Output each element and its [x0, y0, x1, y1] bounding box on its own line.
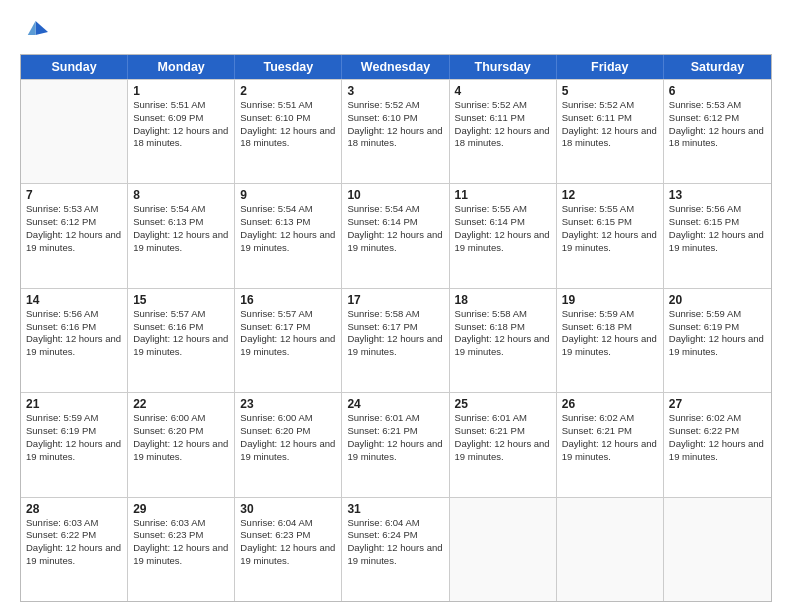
day-number: 4: [455, 84, 551, 98]
svg-marker-1: [28, 21, 36, 35]
day-number: 1: [133, 84, 229, 98]
calendar-cell: 20Sunrise: 5:59 AM Sunset: 6:19 PM Dayli…: [664, 289, 771, 392]
calendar-cell: 6Sunrise: 5:53 AM Sunset: 6:12 PM Daylig…: [664, 80, 771, 183]
calendar: SundayMondayTuesdayWednesdayThursdayFrid…: [20, 54, 772, 602]
day-number: 29: [133, 502, 229, 516]
calendar-cell: 8Sunrise: 5:54 AM Sunset: 6:13 PM Daylig…: [128, 184, 235, 287]
day-info: Sunrise: 5:52 AM Sunset: 6:11 PM Dayligh…: [455, 99, 551, 150]
calendar-cell: 22Sunrise: 6:00 AM Sunset: 6:20 PM Dayli…: [128, 393, 235, 496]
logo: [20, 18, 52, 46]
day-number: 10: [347, 188, 443, 202]
calendar-cell: 28Sunrise: 6:03 AM Sunset: 6:22 PM Dayli…: [21, 498, 128, 601]
calendar-cell: 5Sunrise: 5:52 AM Sunset: 6:11 PM Daylig…: [557, 80, 664, 183]
day-number: 12: [562, 188, 658, 202]
logo-icon: [20, 18, 48, 46]
calendar-cell: 31Sunrise: 6:04 AM Sunset: 6:24 PM Dayli…: [342, 498, 449, 601]
day-info: Sunrise: 5:51 AM Sunset: 6:10 PM Dayligh…: [240, 99, 336, 150]
svg-marker-0: [36, 21, 48, 35]
calendar-week: 21Sunrise: 5:59 AM Sunset: 6:19 PM Dayli…: [21, 392, 771, 496]
calendar-week: 7Sunrise: 5:53 AM Sunset: 6:12 PM Daylig…: [21, 183, 771, 287]
calendar-cell: 21Sunrise: 5:59 AM Sunset: 6:19 PM Dayli…: [21, 393, 128, 496]
calendar-cell: 29Sunrise: 6:03 AM Sunset: 6:23 PM Dayli…: [128, 498, 235, 601]
calendar-cell: 14Sunrise: 5:56 AM Sunset: 6:16 PM Dayli…: [21, 289, 128, 392]
calendar-cell: 10Sunrise: 5:54 AM Sunset: 6:14 PM Dayli…: [342, 184, 449, 287]
calendar-cell: 27Sunrise: 6:02 AM Sunset: 6:22 PM Dayli…: [664, 393, 771, 496]
day-info: Sunrise: 6:03 AM Sunset: 6:23 PM Dayligh…: [133, 517, 229, 568]
calendar-cell: 11Sunrise: 5:55 AM Sunset: 6:14 PM Dayli…: [450, 184, 557, 287]
day-info: Sunrise: 6:01 AM Sunset: 6:21 PM Dayligh…: [455, 412, 551, 463]
day-number: 21: [26, 397, 122, 411]
weekday-header: Friday: [557, 55, 664, 79]
calendar-cell: [21, 80, 128, 183]
calendar-week: 28Sunrise: 6:03 AM Sunset: 6:22 PM Dayli…: [21, 497, 771, 601]
day-info: Sunrise: 5:55 AM Sunset: 6:14 PM Dayligh…: [455, 203, 551, 254]
day-info: Sunrise: 5:51 AM Sunset: 6:09 PM Dayligh…: [133, 99, 229, 150]
day-number: 30: [240, 502, 336, 516]
day-info: Sunrise: 5:56 AM Sunset: 6:16 PM Dayligh…: [26, 308, 122, 359]
day-number: 6: [669, 84, 766, 98]
weekday-header: Sunday: [21, 55, 128, 79]
day-info: Sunrise: 5:52 AM Sunset: 6:10 PM Dayligh…: [347, 99, 443, 150]
day-info: Sunrise: 6:03 AM Sunset: 6:22 PM Dayligh…: [26, 517, 122, 568]
day-number: 25: [455, 397, 551, 411]
day-number: 16: [240, 293, 336, 307]
day-info: Sunrise: 5:54 AM Sunset: 6:13 PM Dayligh…: [240, 203, 336, 254]
day-number: 27: [669, 397, 766, 411]
weekday-header: Thursday: [450, 55, 557, 79]
day-info: Sunrise: 5:56 AM Sunset: 6:15 PM Dayligh…: [669, 203, 766, 254]
day-info: Sunrise: 5:58 AM Sunset: 6:18 PM Dayligh…: [455, 308, 551, 359]
day-info: Sunrise: 5:53 AM Sunset: 6:12 PM Dayligh…: [26, 203, 122, 254]
calendar-cell: 17Sunrise: 5:58 AM Sunset: 6:17 PM Dayli…: [342, 289, 449, 392]
calendar-cell: 7Sunrise: 5:53 AM Sunset: 6:12 PM Daylig…: [21, 184, 128, 287]
calendar-cell: 30Sunrise: 6:04 AM Sunset: 6:23 PM Dayli…: [235, 498, 342, 601]
calendar-cell: 2Sunrise: 5:51 AM Sunset: 6:10 PM Daylig…: [235, 80, 342, 183]
calendar-week: 1Sunrise: 5:51 AM Sunset: 6:09 PM Daylig…: [21, 79, 771, 183]
calendar-body: 1Sunrise: 5:51 AM Sunset: 6:09 PM Daylig…: [21, 79, 771, 601]
day-info: Sunrise: 5:55 AM Sunset: 6:15 PM Dayligh…: [562, 203, 658, 254]
day-number: 5: [562, 84, 658, 98]
day-info: Sunrise: 6:02 AM Sunset: 6:21 PM Dayligh…: [562, 412, 658, 463]
day-number: 18: [455, 293, 551, 307]
day-number: 19: [562, 293, 658, 307]
day-info: Sunrise: 6:01 AM Sunset: 6:21 PM Dayligh…: [347, 412, 443, 463]
day-info: Sunrise: 6:04 AM Sunset: 6:24 PM Dayligh…: [347, 517, 443, 568]
day-number: 31: [347, 502, 443, 516]
day-number: 26: [562, 397, 658, 411]
day-number: 17: [347, 293, 443, 307]
calendar-cell: [664, 498, 771, 601]
calendar-week: 14Sunrise: 5:56 AM Sunset: 6:16 PM Dayli…: [21, 288, 771, 392]
header: [20, 18, 772, 46]
calendar-cell: 12Sunrise: 5:55 AM Sunset: 6:15 PM Dayli…: [557, 184, 664, 287]
day-number: 7: [26, 188, 122, 202]
weekday-header: Saturday: [664, 55, 771, 79]
day-number: 13: [669, 188, 766, 202]
calendar-cell: 15Sunrise: 5:57 AM Sunset: 6:16 PM Dayli…: [128, 289, 235, 392]
calendar-cell: 3Sunrise: 5:52 AM Sunset: 6:10 PM Daylig…: [342, 80, 449, 183]
day-info: Sunrise: 6:04 AM Sunset: 6:23 PM Dayligh…: [240, 517, 336, 568]
day-info: Sunrise: 5:58 AM Sunset: 6:17 PM Dayligh…: [347, 308, 443, 359]
calendar-cell: 13Sunrise: 5:56 AM Sunset: 6:15 PM Dayli…: [664, 184, 771, 287]
calendar-cell: [557, 498, 664, 601]
calendar-header-row: SundayMondayTuesdayWednesdayThursdayFrid…: [21, 55, 771, 79]
calendar-cell: 9Sunrise: 5:54 AM Sunset: 6:13 PM Daylig…: [235, 184, 342, 287]
day-number: 28: [26, 502, 122, 516]
day-info: Sunrise: 5:53 AM Sunset: 6:12 PM Dayligh…: [669, 99, 766, 150]
day-info: Sunrise: 5:57 AM Sunset: 6:17 PM Dayligh…: [240, 308, 336, 359]
calendar-cell: 16Sunrise: 5:57 AM Sunset: 6:17 PM Dayli…: [235, 289, 342, 392]
calendar-cell: 19Sunrise: 5:59 AM Sunset: 6:18 PM Dayli…: [557, 289, 664, 392]
day-info: Sunrise: 6:00 AM Sunset: 6:20 PM Dayligh…: [133, 412, 229, 463]
day-number: 2: [240, 84, 336, 98]
calendar-cell: 25Sunrise: 6:01 AM Sunset: 6:21 PM Dayli…: [450, 393, 557, 496]
day-number: 8: [133, 188, 229, 202]
calendar-cell: 23Sunrise: 6:00 AM Sunset: 6:20 PM Dayli…: [235, 393, 342, 496]
day-number: 24: [347, 397, 443, 411]
day-number: 9: [240, 188, 336, 202]
day-number: 14: [26, 293, 122, 307]
calendar-cell: 24Sunrise: 6:01 AM Sunset: 6:21 PM Dayli…: [342, 393, 449, 496]
calendar-cell: 18Sunrise: 5:58 AM Sunset: 6:18 PM Dayli…: [450, 289, 557, 392]
calendar-cell: 1Sunrise: 5:51 AM Sunset: 6:09 PM Daylig…: [128, 80, 235, 183]
day-number: 11: [455, 188, 551, 202]
day-info: Sunrise: 6:00 AM Sunset: 6:20 PM Dayligh…: [240, 412, 336, 463]
day-info: Sunrise: 5:57 AM Sunset: 6:16 PM Dayligh…: [133, 308, 229, 359]
day-number: 22: [133, 397, 229, 411]
